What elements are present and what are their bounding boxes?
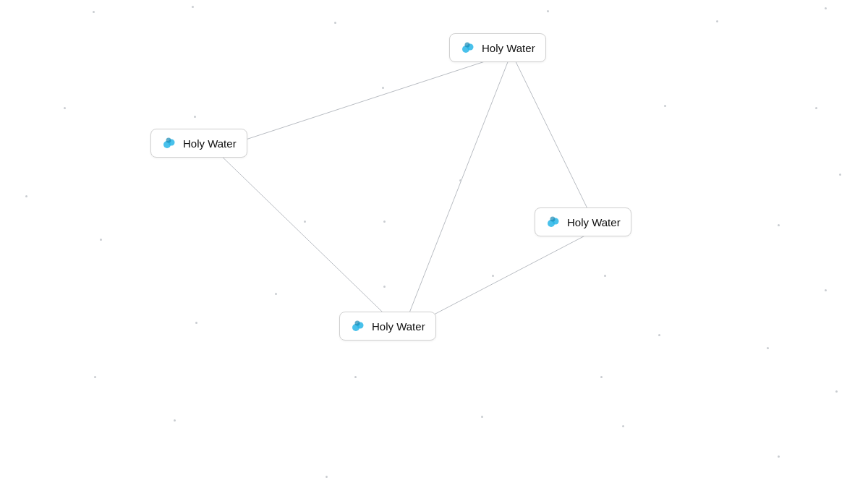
scatter-dot xyxy=(275,293,277,295)
connection-line xyxy=(511,53,597,229)
node-label: Holy Water xyxy=(567,216,621,228)
scatter-dot xyxy=(825,289,827,291)
scatter-dot xyxy=(326,476,328,478)
scatter-dot xyxy=(64,107,66,109)
scatter-dot xyxy=(174,419,176,421)
scatter-dot xyxy=(383,221,386,223)
holy-water-icon xyxy=(161,135,177,151)
scatter-dot xyxy=(604,275,606,277)
svg-point-8 xyxy=(550,217,556,222)
scatter-dot xyxy=(100,239,102,241)
scatter-dot xyxy=(94,376,96,378)
scatter-dot xyxy=(825,7,827,9)
svg-point-5 xyxy=(166,138,171,143)
holy-water-icon xyxy=(350,318,366,334)
scatter-dot xyxy=(547,10,549,12)
connection-lines xyxy=(0,0,868,488)
scatter-dot xyxy=(835,390,838,393)
scatter-dot xyxy=(194,116,196,118)
scatter-dot xyxy=(658,334,660,336)
holy-water-node[interactable]: Holy Water xyxy=(449,33,546,62)
holy-water-node[interactable]: Holy Water xyxy=(150,129,247,158)
scatter-dot xyxy=(192,6,194,8)
holy-water-node[interactable]: Holy Water xyxy=(339,312,436,341)
scatter-dot xyxy=(25,195,27,197)
connection-line xyxy=(215,150,402,331)
holy-water-node[interactable]: Holy Water xyxy=(535,207,631,236)
scatter-dot xyxy=(383,286,386,288)
connection-line xyxy=(215,53,511,150)
scatter-dot xyxy=(778,455,780,458)
scatter-dot xyxy=(481,416,483,418)
scatter-dot xyxy=(304,221,306,223)
scatter-dot xyxy=(354,376,357,378)
scatter-dot xyxy=(600,376,603,378)
scatter-dot xyxy=(778,224,780,226)
scatter-dot xyxy=(815,107,817,109)
scatter-dot xyxy=(459,179,461,181)
node-label: Holy Water xyxy=(482,42,535,54)
holy-water-icon xyxy=(460,40,476,56)
scatter-dot xyxy=(382,87,384,89)
scatter-dot xyxy=(664,105,666,107)
node-label: Holy Water xyxy=(372,320,425,333)
scatter-dot xyxy=(767,347,769,349)
scatter-dot xyxy=(334,22,336,24)
scatter-dot xyxy=(93,11,95,13)
scatter-dot xyxy=(622,425,624,427)
connection-line xyxy=(402,53,511,331)
holy-water-icon xyxy=(545,214,561,230)
scatter-dot xyxy=(839,174,841,176)
svg-point-2 xyxy=(465,43,470,48)
svg-point-11 xyxy=(355,321,360,326)
scatter-dot xyxy=(195,322,197,324)
scatter-dot xyxy=(716,20,718,22)
node-label: Holy Water xyxy=(183,137,237,150)
scatter-dot xyxy=(492,275,494,277)
